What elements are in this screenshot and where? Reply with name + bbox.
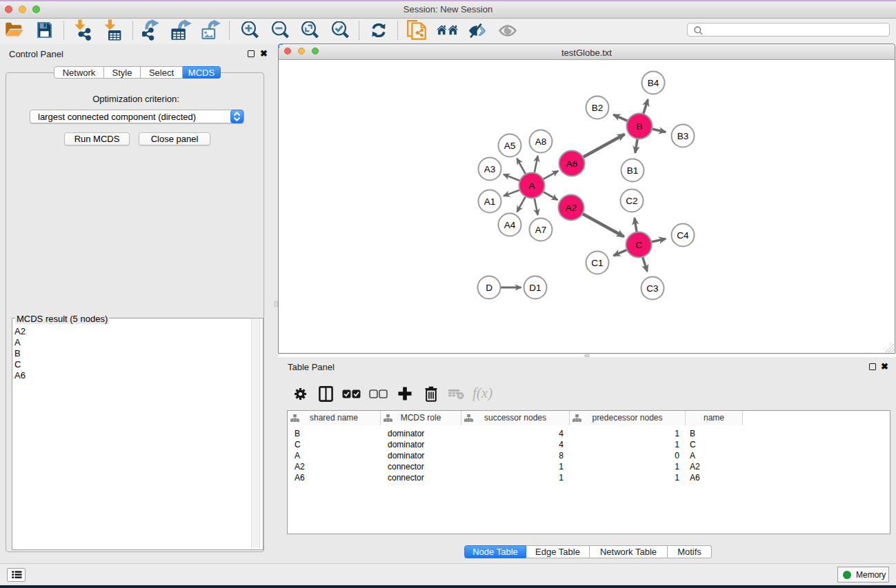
svg-text:A5: A5: [504, 141, 516, 151]
svg-text:B3: B3: [677, 131, 689, 141]
svg-text:C2: C2: [626, 196, 637, 206]
svg-text:A3: A3: [484, 164, 496, 174]
svg-text:B1: B1: [627, 165, 639, 176]
svg-text:A4: A4: [504, 220, 516, 230]
svg-text:B4: B4: [648, 78, 659, 88]
svg-text:D1: D1: [529, 283, 541, 293]
svg-text:B2: B2: [592, 103, 604, 113]
svg-text:D: D: [486, 283, 492, 293]
svg-text:C3: C3: [646, 283, 658, 294]
svg-text:C1: C1: [591, 258, 603, 268]
svg-text:C4: C4: [677, 230, 689, 241]
svg-text:B: B: [636, 121, 642, 132]
svg-text:C: C: [635, 240, 642, 250]
svg-text:A7: A7: [535, 225, 547, 235]
svg-text:A2: A2: [566, 203, 577, 213]
svg-text:A8: A8: [535, 136, 547, 147]
svg-text:A6: A6: [566, 159, 578, 169]
svg-text:A: A: [528, 181, 535, 191]
svg-text:A1: A1: [484, 196, 496, 207]
